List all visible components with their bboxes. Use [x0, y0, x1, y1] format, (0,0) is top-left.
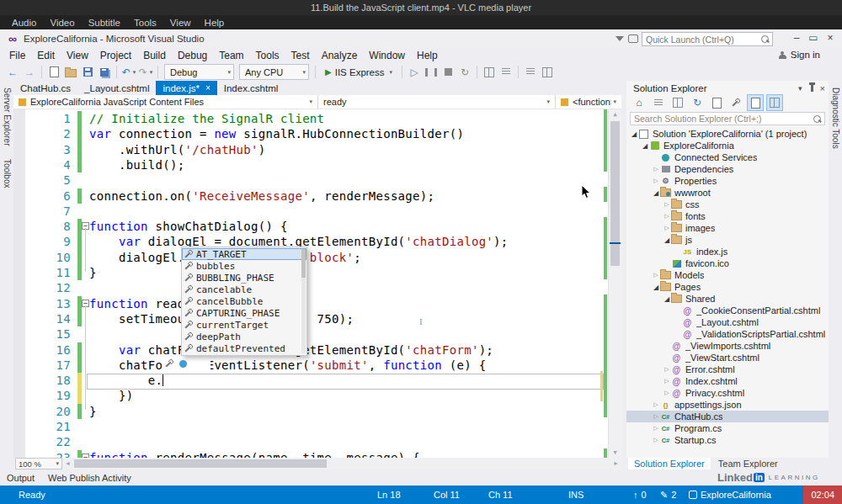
scroll-right-icon[interactable]: ► — [613, 460, 619, 466]
iis-express-run-button[interactable]: ▶IIS Express▾ — [320, 67, 397, 77]
tree-expander-icon[interactable]: ◢ — [630, 130, 638, 138]
intellisense-item-bubbling_phase[interactable]: BUBBLING_PHASE — [182, 272, 306, 284]
pin-icon[interactable] — [811, 85, 813, 92]
scrollbar-thumb[interactable] — [74, 459, 327, 468]
code-line-1[interactable]: // Initialize the SignalR client — [89, 111, 324, 126]
solution-configuration-select[interactable]: Debug▾ — [164, 64, 234, 80]
code-line-6[interactable]: connection.on('ReceiveMessage', renderMe… — [89, 188, 434, 204]
filter-icon[interactable] — [670, 95, 685, 110]
tree-item-error-cshtml[interactable]: ▷@Error.cshtml — [626, 363, 829, 375]
scroll-left-icon[interactable]: ◄ — [65, 460, 71, 466]
tree-expander-icon[interactable]: ▷ — [663, 225, 671, 231]
tree-item-properties[interactable]: ▷⚙Properties — [626, 175, 829, 187]
quick-actions-panel[interactable] — [163, 357, 210, 370]
panel-tab-team-explorer[interactable]: Team Explorer — [712, 458, 784, 470]
vs-menu-tools[interactable]: Tools — [250, 49, 285, 62]
save-all-icon[interactable] — [97, 65, 112, 80]
command-window-icon[interactable] — [498, 65, 514, 80]
intellisense-item-capturing_phase[interactable]: CAPTURING_PHASE — [182, 307, 306, 319]
tree-item-program-cs[interactable]: ▷C#Program.cs — [626, 422, 829, 434]
vlc-menu-subtitle[interactable]: Subtitle — [82, 18, 127, 28]
tree-expander-icon[interactable]: ▷ — [663, 366, 671, 373]
scroll-down-icon[interactable]: ▼ — [609, 449, 621, 456]
code-line-19[interactable]: }) — [89, 388, 133, 403]
vlc-menu-help[interactable]: Help — [198, 18, 232, 28]
side-tab-server-explorer[interactable]: Server Explorer — [3, 88, 12, 146]
tree-item-startup-cs[interactable]: ▷C#Startup.cs — [626, 434, 829, 446]
panel-tab-solution-explorer[interactable]: Solution Explorer — [628, 458, 711, 470]
intellisense-item-cancelbubble[interactable]: cancelBubble — [182, 295, 306, 307]
status-line[interactable]: Ln 18 — [377, 485, 401, 504]
tree-expander-icon[interactable]: ▷ — [652, 272, 660, 279]
doc-tab-chathubcs[interactable]: ChatHub.cs — [13, 81, 77, 95]
doc-tab-_layoutcshtml[interactable]: _Layout.cshtml — [77, 81, 156, 95]
navigate-forward-icon[interactable]: → — [22, 65, 37, 80]
tree-expander-icon[interactable]: ▷ — [652, 437, 660, 443]
minimize-button[interactable]: – — [788, 31, 805, 45]
nav-scope-dropdown[interactable]: ExploreCalifornia JavaScript Content Fil… — [13, 95, 318, 109]
vs-menu-help[interactable]: Help — [411, 49, 444, 62]
tree-item-validationscriptspartial-cshtml[interactable]: @_ValidationScriptsPartial.cshtml — [626, 328, 829, 340]
code-line-20[interactable]: } — [89, 404, 97, 419]
tree-expander-icon[interactable]: ◢ — [652, 284, 660, 291]
zoom-select[interactable]: 100 %▾ — [15, 458, 62, 470]
intellisense-item-at_target[interactable]: AT_TARGET — [182, 248, 306, 260]
code-line-23[interactable]: function renderMessage(name, time, messa… — [89, 450, 420, 458]
tree-item-solution-explorecalifornia-1-project[interactable]: ◢Solution 'ExploreCalifornia' (1 project… — [626, 128, 829, 140]
code-text-area[interactable]: // Initialize the SignalR clientvar conn… — [89, 109, 603, 458]
scroll-up-icon[interactable]: ▲ — [609, 111, 621, 118]
tree-item-images[interactable]: ▷images — [626, 222, 829, 234]
solution-platform-select[interactable]: Any CPU▾ — [239, 64, 309, 80]
intellisense-item-currenttarget[interactable]: currentTarget — [182, 319, 306, 331]
tree-expander-icon[interactable]: ◢ — [652, 189, 660, 197]
refresh-icon[interactable]: ↻ — [690, 95, 705, 110]
bottom-tab-web-publish-activity[interactable]: Web Publish Activity — [41, 473, 138, 483]
redo-icon[interactable]: ↷▾ — [138, 65, 153, 80]
side-tab-toolbox[interactable]: Toolbox — [3, 159, 12, 188]
explorer-home-icon[interactable]: ⌂ — [632, 95, 647, 110]
vs-menu-project[interactable]: Project — [94, 49, 137, 62]
intellisense-item-bubbles[interactable]: bubbles — [182, 260, 306, 272]
tree-expander-icon[interactable]: ▷ — [663, 213, 671, 220]
intellisense-item-defaultprevented[interactable]: defaultPrevented — [182, 342, 306, 354]
comment-out-icon[interactable] — [523, 65, 538, 80]
commits-indicator[interactable]: ↑0 — [633, 485, 647, 504]
sync-with-active-document-icon[interactable] — [767, 95, 782, 110]
code-editor[interactable]: 1234567891011121314151617181920212223 −−… — [13, 109, 621, 458]
edits-indicator[interactable]: ✎2 — [660, 485, 676, 504]
vs-menu-view[interactable]: View — [61, 49, 94, 62]
bottom-tab-output[interactable]: Output — [0, 473, 41, 483]
code-line-18[interactable]: e. — [89, 373, 163, 388]
tree-item-dependencies[interactable]: ▷Dependencies — [626, 163, 829, 175]
status-insert-mode[interactable]: INS — [568, 485, 584, 504]
chevron-down-icon[interactable]: ▾ — [798, 84, 802, 93]
tree-item-fonts[interactable]: ▷fonts — [626, 210, 829, 222]
vs-menu-window[interactable]: Window — [363, 49, 411, 62]
nav-member-dropdown[interactable]: ready▾ — [318, 95, 556, 109]
tree-item-chathub-cs[interactable]: ▷C#ChatHub.cs — [626, 411, 829, 422]
close-icon[interactable]: × — [820, 83, 825, 93]
vs-menu-analyze[interactable]: Analyze — [316, 49, 364, 62]
repo-indicator[interactable]: ExploreCalifornia — [689, 485, 771, 504]
tree-expander-icon[interactable]: ▷ — [652, 401, 660, 408]
horizontal-scrollbar[interactable]: ◄ ► — [62, 458, 621, 470]
scrollbar-thumb[interactable] — [610, 121, 620, 266]
vs-menu-test[interactable]: Test — [285, 49, 316, 62]
tree-item-shared[interactable]: ◢Shared — [626, 293, 829, 305]
preview-selected-items-icon[interactable] — [748, 95, 763, 110]
tree-expander-icon[interactable]: ◢ — [663, 295, 671, 303]
maximize-button[interactable]: ▭ — [805, 31, 822, 45]
tree-item-privacy-cshtml[interactable]: ▷@Privacy.cshtml — [626, 387, 829, 399]
tree-expander-icon[interactable]: ▷ — [663, 201, 671, 208]
breakpoint-margin[interactable] — [13, 109, 25, 458]
vs-menu-edit[interactable]: Edit — [31, 49, 61, 62]
save-icon[interactable] — [80, 65, 95, 80]
tree-expander-icon[interactable]: ▷ — [652, 413, 660, 420]
tree-item-models[interactable]: ▷Models — [626, 269, 829, 281]
uncomment-icon[interactable] — [540, 65, 555, 80]
tree-expander-icon[interactable]: ▷ — [652, 178, 660, 184]
quick-launch-input[interactable]: Quick Launch (Ctrl+Q) — [642, 32, 773, 46]
code-line-17[interactable]: chatForm.addEventListener('submit', func… — [89, 358, 486, 373]
tree-item-explorecalifornia[interactable]: ◢ExploreCalifornia — [626, 140, 829, 151]
tree-item-appsettings-json[interactable]: ▷{}appsettings.json — [626, 399, 829, 411]
